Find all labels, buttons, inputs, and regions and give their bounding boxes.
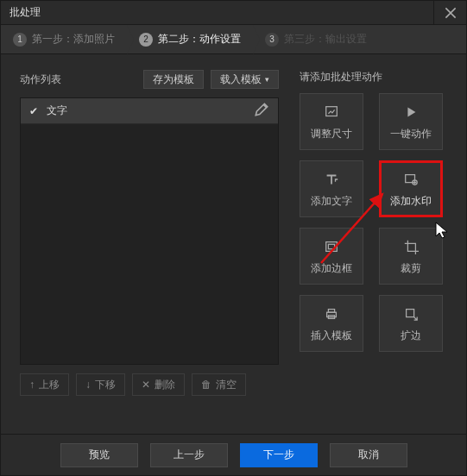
- svg-rect-6: [328, 309, 334, 312]
- list-item[interactable]: ✔ 文字: [21, 98, 278, 124]
- close-icon: [443, 5, 458, 21]
- close-button[interactable]: [433, 1, 466, 25]
- step-1-label: 第一步：添加照片: [32, 32, 115, 47]
- move-up-label: 上移: [39, 378, 60, 392]
- move-up-button[interactable]: ↑ 上移: [20, 373, 69, 396]
- svg-rect-4: [328, 244, 334, 248]
- tile-add-border-label: 添加边框: [311, 261, 352, 276]
- move-down-label: 下移: [95, 378, 116, 392]
- next-button[interactable]: 下一步: [240, 443, 318, 467]
- border-icon: [322, 237, 341, 256]
- load-template-button[interactable]: 载入模板 ▾: [211, 70, 279, 89]
- move-down-button[interactable]: ↓ 下移: [76, 373, 125, 396]
- tile-add-text[interactable]: 添加文字: [300, 160, 363, 217]
- crop-icon: [401, 237, 420, 256]
- list-item-label: 文字: [47, 103, 245, 118]
- check-icon[interactable]: ✔: [29, 105, 38, 117]
- load-template-label: 载入模板: [220, 72, 262, 87]
- step-1[interactable]: 1 第一步：添加照片: [1, 25, 127, 53]
- pencil-icon[interactable]: [254, 102, 269, 120]
- clear-button[interactable]: 🗑 清空: [192, 373, 246, 396]
- extend-icon: [401, 304, 420, 323]
- arrow-up-icon: ↑: [29, 379, 35, 391]
- text-icon: [322, 170, 341, 189]
- tile-crop[interactable]: 裁剪: [379, 228, 443, 285]
- tile-resize[interactable]: 调整尺寸: [300, 93, 363, 150]
- resize-icon: [322, 103, 341, 122]
- save-template-button[interactable]: 存为模板: [143, 70, 204, 89]
- tile-resize-label: 调整尺寸: [311, 127, 352, 141]
- tile-extend[interactable]: 扩边: [379, 295, 443, 352]
- step-1-number: 1: [13, 33, 27, 47]
- delete-icon: ✕: [142, 379, 150, 391]
- clear-label: 清空: [216, 378, 237, 392]
- printer-icon: [322, 304, 341, 323]
- tile-one-click[interactable]: 一键动作: [379, 93, 443, 150]
- step-3-label: 第三步：输出设置: [284, 32, 367, 47]
- wizard-steps: 1 第一步：添加照片 2 第二步：动作设置 3 第三步：输出设置: [1, 25, 466, 54]
- arrow-down-icon: ↓: [85, 379, 91, 391]
- step-2-number: 2: [139, 33, 153, 47]
- tile-insert-template-label: 插入模板: [311, 329, 352, 343]
- step-2[interactable]: 2 第二步：动作设置: [127, 25, 253, 53]
- tile-crop-label: 裁剪: [401, 261, 421, 276]
- right-title: 请添加批处理动作: [300, 70, 447, 85]
- play-icon: [401, 103, 420, 122]
- step-3[interactable]: 3 第三步：输出设置: [253, 25, 379, 53]
- cancel-button[interactable]: 取消: [330, 443, 407, 467]
- action-list: ✔ 文字: [20, 97, 279, 365]
- svg-rect-8: [407, 309, 414, 316]
- chevron-down-icon: ▾: [265, 75, 269, 84]
- step-2-label: 第二步：动作设置: [158, 32, 241, 47]
- tile-one-click-label: 一键动作: [390, 127, 432, 141]
- tile-add-watermark[interactable]: 添加水印: [379, 160, 443, 217]
- delete-button[interactable]: ✕ 删除: [132, 373, 185, 396]
- delete-label: 删除: [155, 378, 175, 392]
- preview-button[interactable]: 预览: [60, 443, 138, 467]
- svg-rect-0: [326, 106, 338, 116]
- action-list-label: 动作列表: [20, 72, 136, 87]
- tile-insert-template[interactable]: 插入模板: [300, 295, 363, 352]
- step-3-number: 3: [265, 33, 279, 47]
- tile-extend-label: 扩边: [401, 329, 421, 343]
- window-title: 批处理: [9, 5, 433, 20]
- tile-add-border[interactable]: 添加边框: [300, 228, 363, 285]
- trash-icon: 🗑: [201, 379, 211, 391]
- prev-button[interactable]: 上一步: [150, 443, 228, 467]
- svg-rect-3: [326, 241, 338, 251]
- tile-add-text-label: 添加文字: [311, 194, 352, 209]
- watermark-icon: [401, 170, 420, 189]
- tile-add-watermark-label: 添加水印: [390, 194, 432, 209]
